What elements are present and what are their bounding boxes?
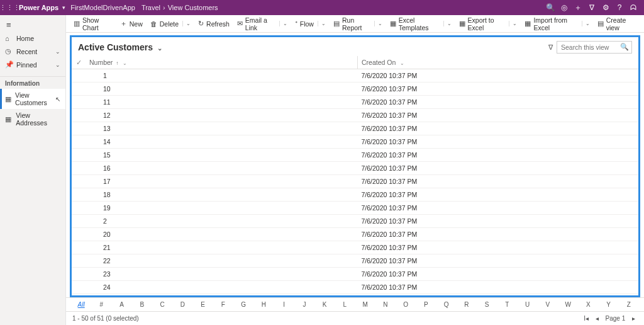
alpha-u[interactable]: U [518,301,538,308]
alpha-n[interactable]: N [375,301,396,308]
alpha-m[interactable]: M [355,301,375,308]
cell-number[interactable]: 11 [86,96,357,109]
table-row[interactable]: 207/6/2020 10:37 PM [72,228,638,241]
cell-number[interactable]: 18 [86,188,357,202]
pager-prev[interactable]: ◂ [596,315,599,322]
cell-number[interactable]: 24 [86,281,357,294]
alpha-z[interactable]: Z [619,301,639,308]
cmd-export-excel[interactable]: ▦Export to Excel⌄ [455,15,521,33]
cell-number[interactable]: 1 [86,69,357,83]
table-row[interactable]: 27/6/2020 10:37 PM [72,215,638,228]
row-checkbox[interactable] [72,96,86,109]
settings-icon[interactable]: ⚙ [599,3,613,12]
chevron-down-icon[interactable]: ⌄ [279,21,287,26]
app-launcher-icon[interactable]: ⋮⋮⋮ [4,4,15,12]
table-row[interactable]: 167/6/2020 10:37 PM [72,162,638,175]
nav-toggle-icon[interactable]: ≡ [0,18,65,32]
cell-created-on[interactable]: 7/6/2020 10:37 PM [357,135,638,149]
nav-pinned[interactable]: 📌 Pinned ⌄ [0,58,65,71]
cmd-email-link[interactable]: ✉Email a Link⌄ [233,15,291,33]
search-icon[interactable]: 🔍 [620,43,629,51]
table-row[interactable]: 17/6/2020 10:37 PM [72,69,638,83]
filter-icon[interactable]: ∇ [548,43,553,52]
cell-created-on[interactable]: 7/6/2020 10:37 PM [357,268,638,281]
cell-number[interactable]: 13 [86,122,357,135]
row-checkbox[interactable] [72,202,86,215]
pager-first[interactable]: I◂ [584,315,589,322]
col-header-created-on[interactable]: Created On ⌄ [357,56,638,69]
row-checkbox[interactable] [72,109,86,122]
chevron-down-icon[interactable]: ⌄ [182,21,191,26]
chevron-down-icon[interactable]: ⌄ [582,21,590,26]
view-selector[interactable]: Active Customers ⌄ [78,42,162,52]
task-icon[interactable]: ◎ [557,3,571,12]
cell-number[interactable]: 12 [86,109,357,122]
row-checkbox[interactable] [72,228,86,241]
alpha-#[interactable]: # [91,301,111,308]
chevron-down-icon[interactable]: ⌄ [509,21,517,26]
row-checkbox[interactable] [72,162,86,175]
alpha-o[interactable]: O [396,301,416,308]
cell-created-on[interactable]: 7/6/2020 10:37 PM [357,215,638,228]
chevron-down-icon[interactable]: ▾ [62,4,65,11]
nav-view-customers[interactable]: ▦ View Customers ↖ [0,89,65,109]
table-row[interactable]: 227/6/2020 10:37 PM [72,254,638,268]
alpha-h[interactable]: H [253,301,274,308]
alpha-all[interactable]: All [71,301,91,308]
alpha-t[interactable]: T [497,301,517,308]
row-checkbox[interactable] [72,122,86,135]
select-all-checkbox[interactable]: ✓ [72,56,86,69]
table-row[interactable]: 237/6/2020 10:37 PM [72,268,638,281]
table-row[interactable]: 137/6/2020 10:37 PM [72,122,638,135]
cell-number[interactable]: 20 [86,228,357,241]
breadcrumb-root[interactable]: Travel [142,4,160,11]
cmd-import-excel[interactable]: ▦Import from Excel⌄ [521,15,593,33]
cell-created-on[interactable]: 7/6/2020 10:37 PM [357,228,638,241]
table-row[interactable]: 147/6/2020 10:37 PM [72,135,638,149]
row-checkbox[interactable] [72,188,86,202]
row-checkbox[interactable] [72,69,86,83]
cell-number[interactable]: 22 [86,254,357,268]
row-checkbox[interactable] [72,175,86,188]
row-checkbox[interactable] [72,149,86,162]
alpha-e[interactable]: E [193,301,213,308]
chevron-down-icon[interactable]: ⌄ [374,21,382,26]
alpha-i[interactable]: I [274,301,294,308]
cell-number[interactable]: 10 [86,83,357,96]
chevron-down-icon[interactable]: ⌄ [123,60,127,66]
table-row[interactable]: 157/6/2020 10:37 PM [72,149,638,162]
col-header-number[interactable]: Number ↑ ⌄ [86,56,357,69]
cell-created-on[interactable]: 7/6/2020 10:37 PM [357,69,638,83]
cmd-create-view[interactable]: ▤Create view [594,15,640,33]
search-icon[interactable]: 🔍 [543,3,557,12]
cell-created-on[interactable]: 7/6/2020 10:37 PM [357,281,638,294]
chevron-down-icon[interactable]: ⌄ [318,21,326,26]
cell-number[interactable]: 17 [86,175,357,188]
cell-created-on[interactable]: 7/6/2020 10:37 PM [357,202,638,215]
pager-next[interactable]: ▸ [632,315,635,322]
alpha-x[interactable]: X [578,301,598,308]
row-checkbox[interactable] [72,83,86,96]
account-icon[interactable]: ᗣ [626,3,640,12]
filter-icon[interactable]: ∇ [585,3,599,12]
cell-number[interactable]: 16 [86,162,357,175]
alpha-y[interactable]: Y [599,301,619,308]
alpha-s[interactable]: S [477,301,497,308]
alpha-w[interactable]: W [558,301,578,308]
cmd-flow[interactable]: ᕀFlow⌄ [291,15,330,33]
alpha-d[interactable]: D [172,301,192,308]
cell-number[interactable]: 19 [86,202,357,215]
table-row[interactable]: 107/6/2020 10:37 PM [72,83,638,96]
cell-created-on[interactable]: 7/6/2020 10:37 PM [357,83,638,96]
environment-name[interactable]: FirstModelDrivenApp [70,4,135,11]
chevron-down-icon[interactable]: ⌄ [443,21,452,26]
alpha-r[interactable]: R [457,301,477,308]
cmd-refresh[interactable]: ↻Refresh [194,15,233,33]
table-row[interactable]: 177/6/2020 10:37 PM [72,175,638,188]
alpha-c[interactable]: C [152,301,172,308]
table-row[interactable]: 217/6/2020 10:37 PM [72,241,638,254]
cell-created-on[interactable]: 7/6/2020 10:37 PM [357,109,638,122]
alpha-k[interactable]: K [314,301,335,308]
cmd-excel-templates[interactable]: ▦Excel Templates⌄ [386,15,455,33]
chevron-down-icon[interactable]: ⌄ [55,62,60,68]
